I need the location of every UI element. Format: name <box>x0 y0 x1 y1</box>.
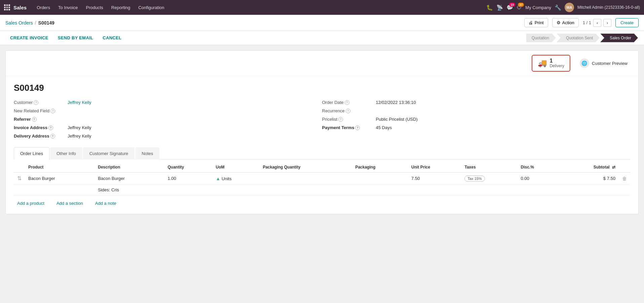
delivery-address-help-icon[interactable]: ? <box>50 134 55 139</box>
breadcrumb-parent[interactable]: Sales Orders <box>5 20 33 26</box>
print-button[interactable]: 🖨 Print <box>524 18 548 27</box>
status-bar: Quotation Quotation Sent Sales Order <box>526 34 639 42</box>
delivery-button[interactable]: 🚚 1 Delivery <box>532 55 570 72</box>
form-left: Customer ? Jeffrey Kelly New Related Fie… <box>14 100 322 142</box>
col-description: Description <box>94 162 164 173</box>
breadcrumb-current: S00149 <box>38 20 54 26</box>
status-quotation[interactable]: Quotation <box>526 34 556 42</box>
create-button[interactable]: Create <box>615 18 639 27</box>
customer-row: Customer ? Jeffrey Kelly <box>14 100 309 105</box>
delivery-count: 1 <box>550 58 553 64</box>
quantity-cell[interactable]: 1.00 <box>164 173 213 185</box>
delivery-label: Delivery <box>550 64 564 68</box>
menu-orders[interactable]: Orders <box>33 3 53 12</box>
payment-terms-row: Payment Terms ? 45 Days <box>322 125 617 130</box>
app-name[interactable]: Sales <box>13 5 27 10</box>
add-note-link[interactable]: Add a note <box>92 198 120 209</box>
company-name[interactable]: My Company <box>525 5 551 10</box>
settings-icon[interactable]: 🔧 <box>555 4 561 11</box>
tabs: Order Lines Other Info Customer Signatur… <box>14 147 630 159</box>
packaging-cell[interactable] <box>352 173 408 185</box>
secondbar: Sales Orders / S00149 🖨 Print ⚙ Action 1… <box>0 15 644 31</box>
customer-help-icon[interactable]: ? <box>34 100 38 105</box>
new-related-field-label: New Related Field ? <box>14 108 68 113</box>
uom-cell[interactable]: ▲ Units <box>213 173 260 185</box>
order-date-label: Order Date ? <box>322 100 376 105</box>
globe-icon: 🌐 <box>580 59 589 68</box>
status-quotation-sent[interactable]: Quotation Sent <box>557 34 600 42</box>
subtotal-settings-icon[interactable]: ⇄ <box>612 165 615 169</box>
menu-products[interactable]: Products <box>82 3 106 12</box>
chat-badge: 10 <box>509 3 515 7</box>
packaging-qty-cell[interactable] <box>259 173 352 185</box>
add-section-link[interactable]: Add a section <box>53 198 86 209</box>
username: Mitchell Admin (21523336-16-0-all) <box>577 5 640 10</box>
col-taxes: Taxes <box>461 162 517 173</box>
cancel-button[interactable]: Cancel <box>98 31 126 45</box>
customer-preview-label: Customer Preview <box>592 61 628 66</box>
menu-to-invoice[interactable]: To Invoice <box>55 3 81 12</box>
add-product-link[interactable]: Add a product <box>14 198 48 209</box>
payment-terms-label: Payment Terms ? <box>322 125 376 130</box>
form-body: S00149 Customer ? Jeffrey Kelly New Rela… <box>6 76 638 147</box>
timer-icon[interactable]: ⏱ 37 <box>517 4 522 10</box>
tab-order-lines[interactable]: Order Lines <box>14 147 49 159</box>
avatar[interactable]: MA <box>565 3 574 12</box>
col-packaging: Packaging <box>352 162 408 173</box>
send-by-email-button[interactable]: Send By Email <box>53 31 98 45</box>
pricelist-help-icon[interactable]: ? <box>338 117 343 122</box>
taxes-cell[interactable]: Tax 15% <box>461 173 517 185</box>
delete-row-icon[interactable]: 🗑 <box>622 176 627 181</box>
tab-notes[interactable]: Notes <box>135 147 159 159</box>
order-date-value[interactable]: 12/02/2022 13:36:10 <box>376 100 416 105</box>
menu-configuration[interactable]: Configuration <box>135 3 167 12</box>
invoice-address-help-icon[interactable]: ? <box>48 125 53 130</box>
pager-prev[interactable]: ‹ <box>593 19 601 27</box>
chat-icon[interactable]: 💬 10 <box>506 4 513 11</box>
disc-cell[interactable]: 0.00 <box>518 173 559 185</box>
invoice-address-value[interactable]: Jeffrey Kelly <box>68 125 91 130</box>
order-lines-section: Product Description Quantity UoM Packagi… <box>6 162 638 214</box>
timer-badge: 37 <box>518 3 524 7</box>
customer-value[interactable]: Jeffrey Kelly <box>68 100 91 105</box>
pricelist-value: Public Pricelist (USD) <box>376 117 418 122</box>
customer-label: Customer ? <box>14 100 68 105</box>
breadcrumb: Sales Orders / S00149 <box>5 20 54 26</box>
description-cell[interactable]: Bacon Burger <box>94 173 164 185</box>
tab-customer-signature[interactable]: Customer Signature <box>83 147 135 159</box>
create-invoice-button[interactable]: Create Invoice <box>5 31 53 45</box>
referrer-label: Referrer ? <box>14 117 68 122</box>
customer-preview-button[interactable]: 🌐 Customer Preview <box>574 56 633 71</box>
order-date-help-icon[interactable]: ? <box>345 100 349 105</box>
subtotal-cell: $ 7.50 <box>559 173 619 185</box>
status-sales-order[interactable]: Sales Order <box>600 34 638 42</box>
menu-reporting[interactable]: Reporting <box>108 3 134 12</box>
unit-price-cell[interactable]: 7.50 <box>408 173 461 185</box>
activity-icon[interactable]: 📡 <box>496 4 503 11</box>
tab-other-info[interactable]: Other Info <box>50 147 82 159</box>
delivery-address-label: Delivery Address ? <box>14 134 68 139</box>
top-menu: Orders To Invoice Products Reporting Con… <box>33 3 167 12</box>
bug-icon[interactable]: 🐛 <box>486 4 493 11</box>
secondbar-actions: 🖨 Print ⚙ Action 1 / 1 ‹ › Create <box>524 18 639 27</box>
app-grid-icon[interactable] <box>4 4 10 10</box>
referrer-help-icon[interactable]: ? <box>32 117 37 122</box>
delivery-address-value[interactable]: Jeffrey Kelly <box>68 134 91 139</box>
col-delete <box>619 162 630 173</box>
pager: 1 / 1 ‹ › <box>583 19 611 27</box>
delete-cell[interactable]: 🗑 <box>619 173 630 185</box>
product-cell[interactable]: Bacon Burger <box>25 173 94 185</box>
new-related-field-help-icon[interactable]: ? <box>50 109 55 113</box>
recurrence-help-icon[interactable]: ? <box>346 109 350 113</box>
recurrence-row: Recurrence ? <box>322 108 617 113</box>
pager-next[interactable]: › <box>603 19 611 27</box>
payment-terms-help-icon[interactable]: ? <box>355 125 360 130</box>
printer-icon: 🖨 <box>529 20 533 25</box>
referrer-row: Referrer ? <box>14 117 309 122</box>
action-button[interactable]: ⚙ Action <box>552 18 579 27</box>
topnav-right: 🐛 📡 💬 10 ⏱ 37 My Company 🔧 MA Mitchell A… <box>486 3 640 12</box>
col-uom: UoM <box>213 162 260 173</box>
table-row: ⇅ Bacon Burger Bacon Burger 1.00 ▲ Units… <box>14 173 630 185</box>
col-unit-price: Unit Price <box>408 162 461 173</box>
drag-handle-icon[interactable]: ⇅ <box>17 176 22 181</box>
